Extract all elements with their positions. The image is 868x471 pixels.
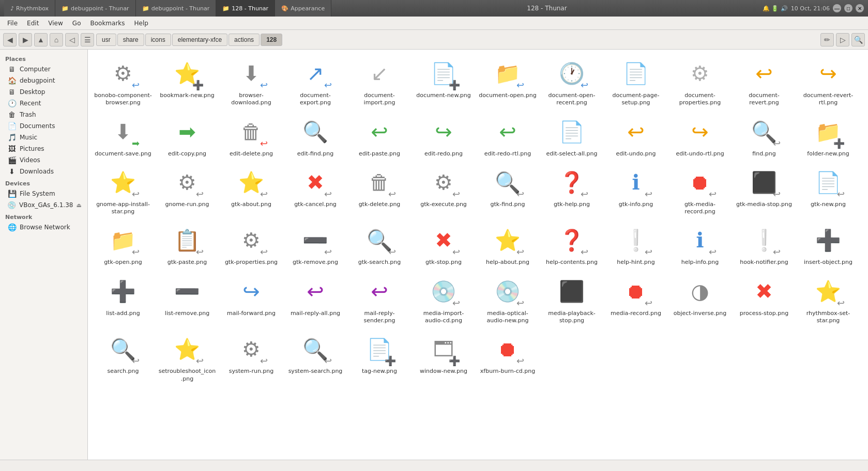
sidebar-item-filesystem[interactable]: 💾 File System [2,188,85,199]
list-item[interactable]: ↩edit-redo-rtl.png [477,112,539,161]
list-item[interactable]: ⭐↩rhythmbox-set-star.png [797,272,859,328]
list-item[interactable]: 🔍edit-find.png [284,112,346,161]
list-item[interactable]: ⭐↩gtk-about.png [220,163,282,219]
list-item[interactable]: ◑object-inverse.png [669,272,731,328]
list-item[interactable]: ➕insert-object.png [797,221,859,269]
list-item[interactable]: 🔍↩gtk-find.png [477,163,539,219]
list-item[interactable]: ↩edit-undo.png [605,112,667,161]
sidebar-item-desktop[interactable]: 🖥 Desktop [2,86,85,98]
list-item[interactable]: ❓↩help-contents.png [541,221,603,269]
breadcrumb-128[interactable]: 128 [261,34,282,46]
menu-help[interactable]: Help [130,18,153,28]
sidebar-item-debugpoint[interactable]: 🏠 debugpoint [2,75,85,86]
menu-go[interactable]: Go [68,18,85,28]
list-item[interactable]: ✖process-stop.png [733,272,795,328]
breadcrumb-elementary-xfce[interactable]: elementary-xfce [172,34,227,46]
os-tab-rhythmbox[interactable]: ♪ Rhythmbox [4,0,55,17]
os-tab-appearance[interactable]: 🎨 Appearance [275,0,331,17]
search-button[interactable]: 🔍 [851,33,865,46]
os-tab-thunar2[interactable]: 📁 debugpoint - Thunar [136,0,217,17]
eject-icon[interactable]: ⏏ [76,202,81,209]
sidebar-item-recent[interactable]: 🕐 Recent [2,98,85,109]
list-item[interactable]: ⚙↩gtk-execute.png [413,163,475,219]
home-button[interactable]: ⌂ [50,33,63,46]
list-item[interactable]: ↪document-revert-rtl.png [797,54,859,110]
toggle-location-button[interactable]: ☰ [81,33,94,46]
os-tab-thunar1[interactable]: 📁 debugpoint - Thunar [55,0,136,17]
list-item[interactable]: ↩mail-reply-sender.png [348,272,410,328]
forward-button[interactable]: ▶ [19,33,32,46]
list-item[interactable]: ⚙↩bonobo-component-browser.png [92,54,154,110]
list-item[interactable]: 📄➕document-new.png [413,54,475,110]
menu-edit[interactable]: Edit [23,18,43,28]
list-item[interactable]: ⭐↩setroubleshoot_icon.png [156,329,218,386]
list-item[interactable]: ↙document-import.png [348,54,410,110]
list-item[interactable]: ⬛media-playback-stop.png [541,272,603,328]
list-item[interactable]: 📁↩gtk-open.png [92,221,154,269]
list-item[interactable]: 🗑↩edit-delete.png [220,112,282,161]
list-item[interactable]: ↪mail-forward.png [220,272,282,328]
list-item[interactable]: ➖list-remove.png [156,272,218,328]
list-item[interactable]: ⚙↩gnome-run.png [156,163,218,219]
list-item[interactable]: ⬇↩browser-download.png [220,54,282,110]
list-item[interactable]: ℹ↩help-info.png [669,221,731,269]
list-item[interactable]: 📄➕tag-new.png [348,329,410,386]
list-item[interactable]: ⚙↩gtk-properties.png [220,221,282,269]
list-item[interactable]: 🔍↩system-search.png [284,329,346,386]
list-item[interactable]: ℹ↩gtk-info.png [605,163,667,219]
list-item[interactable]: 🔍↩find.png [733,112,795,161]
list-item[interactable]: ❓↩gtk-help.png [541,163,603,219]
list-item[interactable]: 📄↩gtk-new.png [797,163,859,219]
list-item[interactable]: ⚙document-properties.png [669,54,731,110]
list-item[interactable]: 🔍↩search.png [92,329,154,386]
sidebar-item-trash[interactable]: 🗑 Trash [2,109,85,120]
breadcrumb-usr[interactable]: usr [96,34,116,46]
menu-bookmarks[interactable]: Bookmarks [86,18,129,28]
list-item[interactable]: ↩document-revert.png [733,54,795,110]
list-item[interactable]: 📁➕folder-new.png [797,112,859,161]
sidebar-item-documents[interactable]: 📄 Documents [2,120,85,132]
prev-location-button[interactable]: ◁ [65,33,79,46]
list-item[interactable]: ↩edit-paste.png [348,112,410,161]
list-item[interactable]: ⭐↩help-about.png [477,221,539,269]
list-item[interactable]: ⏺↩media-record.png [605,272,667,328]
breadcrumb-icons[interactable]: icons [145,34,171,46]
nav-next-button[interactable]: ▷ [836,33,849,46]
up-button[interactable]: ▲ [34,33,48,46]
list-item[interactable]: ⚙↩system-run.png [220,329,282,386]
sidebar-item-pictures[interactable]: 🖼 Pictures [2,143,85,154]
list-item[interactable]: ➡edit-copy.png [156,112,218,161]
list-item[interactable]: ↗↩document-export.png [284,54,346,110]
list-item[interactable]: ↪edit-redo.png [413,112,475,161]
list-item[interactable]: ✖↩gtk-cancel.png [284,163,346,219]
sidebar-item-downloads[interactable]: ⬇ Downloads [2,166,85,177]
list-item[interactable]: ✖↩gtk-stop.png [413,221,475,269]
menu-file[interactable]: File [3,18,22,28]
list-item[interactable]: ↩mail-reply-all.png [284,272,346,328]
sidebar-item-browse-network[interactable]: 🌐 Browse Network [2,222,85,233]
list-item[interactable]: ⏺↩xfburn-burn-cd.png [477,329,539,386]
breadcrumb-actions[interactable]: actions [229,34,260,46]
sidebar-item-videos[interactable]: 🎬 Videos [2,154,85,166]
edit-path-button[interactable]: ✏ [820,33,834,46]
list-item[interactable]: 📄document-page-setup.png [605,54,667,110]
maximize-button[interactable]: □ [844,4,852,12]
list-item[interactable]: ➖↩gtk-remove.png [284,221,346,269]
sidebar-item-computer[interactable]: 🖥 Computer [2,64,85,75]
sidebar-item-music[interactable]: 🎵 Music [2,132,85,143]
list-item[interactable]: ⭐↩gnome-app-install-star.png [92,163,154,219]
list-item[interactable]: ❕↩help-hint.png [605,221,667,269]
sidebar-item-vbox[interactable]: 💿 VBox_GAs_6.1.38 ⏏ [2,199,85,211]
list-item[interactable]: ⬇➡document-save.png [92,112,154,161]
list-item[interactable]: ❕↩hook-notifier.png [733,221,795,269]
menu-view[interactable]: View [44,18,67,28]
list-item[interactable]: ↪edit-undo-rtl.png [669,112,731,161]
list-item[interactable]: ⬛↩gtk-media-stop.png [733,163,795,219]
breadcrumb-share[interactable]: share [117,34,144,46]
list-item[interactable]: ⭐➕bookmark-new.png [156,54,218,110]
list-item[interactable]: 🗑↩gtk-delete.png [348,163,410,219]
list-item[interactable]: 📄edit-select-all.png [541,112,603,161]
list-item[interactable]: ➕list-add.png [92,272,154,328]
back-button[interactable]: ◀ [3,33,17,46]
list-item[interactable]: ⏺↩gtk-media-record.png [669,163,731,219]
